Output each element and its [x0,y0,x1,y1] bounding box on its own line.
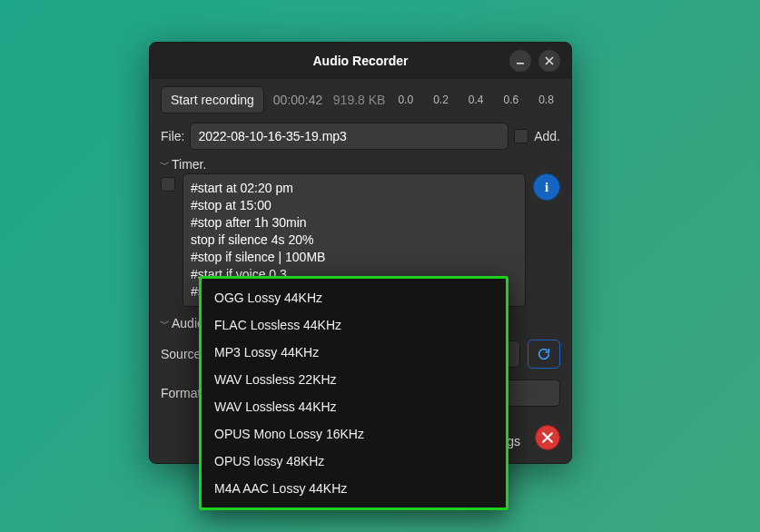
format-option[interactable]: MP3 Lossy 44KHz [202,339,506,366]
timer-line: stop if silence 4s 20% [191,232,518,249]
timer-info-button[interactable]: i [533,173,560,201]
timer-enable-checkbox[interactable] [161,177,175,192]
file-label: File: [161,129,184,143]
level-scale: 0.0 0.2 0.4 0.6 0.8 [398,94,553,106]
format-option[interactable]: WAV Lossless 22KHz [202,366,506,393]
format-option[interactable]: OGG Lossy 44KHz [202,284,506,311]
file-row: File: 2022-08-10-16-35-19.mp3 Add. [161,123,560,150]
settings-button-partial[interactable]: gs [507,434,520,448]
start-recording-button[interactable]: Start recording [161,86,264,113]
recording-duration: 00:00:42 [273,93,324,107]
refresh-sources-button[interactable] [528,340,560,369]
format-option[interactable]: FLAC Lossless 44KHz [202,311,506,339]
timer-expander[interactable]: ﹀ Timer. [159,157,560,172]
info-icon: i [545,180,548,195]
recording-toolbar: Start recording 00:00:42 919.8 KB 0.0 0.… [161,86,560,113]
svg-rect-0 [517,63,524,64]
format-option[interactable]: OPUS Mono Lossy 16KHz [202,420,506,448]
timer-line: #stop if silence | 100MB [191,249,518,266]
chevron-down-icon: ﹀ [159,158,170,172]
quit-button[interactable] [535,425,560,450]
minimize-button[interactable] [509,50,531,72]
timer-line: #start at 02:20 pm [191,180,518,197]
refresh-icon [537,347,551,361]
timer-header-label: Timer. [172,157,206,172]
level-tick: 0.8 [538,94,554,106]
close-icon [542,432,553,443]
timer-line: #stop at 15:00 [191,197,518,214]
format-option[interactable]: WAV Lossless 44KHz [202,393,506,420]
close-button[interactable] [538,50,560,72]
window-title: Audio Recorder [312,54,408,68]
format-option[interactable]: OPUS lossy 48KHz [202,448,506,475]
timer-line: #stop after 1h 30min [191,214,518,232]
add-label: Add. [534,129,560,143]
level-tick: 0.4 [469,94,484,106]
format-option[interactable]: M4A AAC Lossy 44KHz [202,475,506,502]
level-tick: 0.2 [433,94,449,106]
chevron-down-icon: ﹀ [159,317,170,330]
titlebar[interactable]: Audio Recorder [150,43,571,79]
level-tick: 0.0 [398,94,413,106]
level-tick: 0.6 [504,94,519,106]
add-checkbox[interactable] [514,129,528,143]
format-dropdown-menu[interactable]: OGG Lossy 44KHz FLAC Lossless 44KHz MP3 … [199,276,508,510]
file-name-input[interactable]: 2022-08-10-16-35-19.mp3 [190,123,508,150]
recording-size: 919.8 KB [333,93,386,107]
